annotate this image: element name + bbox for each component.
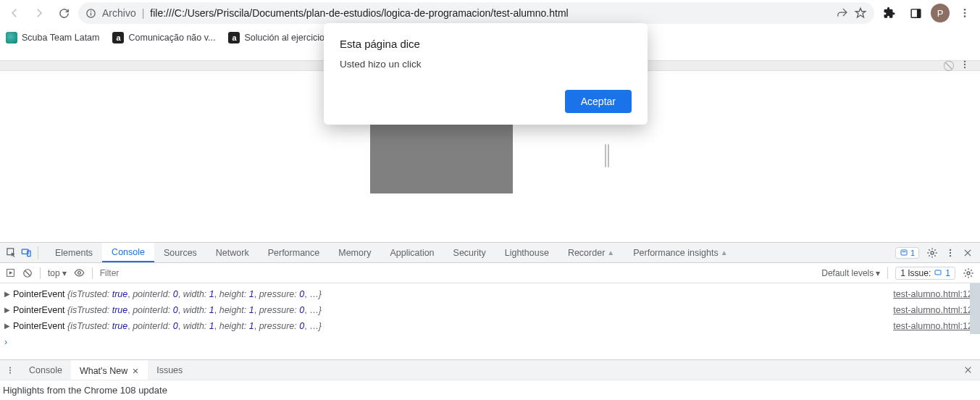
close-icon[interactable] <box>132 367 139 375</box>
console-row[interactable]: ▶ PointerEvent {isTrusted: true, pointer… <box>0 286 980 302</box>
drawer-tab-issues[interactable]: Issues <box>148 360 191 380</box>
separator: | <box>142 7 145 19</box>
kebab-icon[interactable] <box>945 248 955 258</box>
tab-performance[interactable]: Performance <box>259 243 330 262</box>
bookmark-item[interactable]: Scuba Team Latam <box>6 32 99 43</box>
device-toggle-icon[interactable] <box>21 247 32 258</box>
address-bar[interactable]: Archivo | file:///C:/Users/Priscila/Docu… <box>78 2 874 24</box>
svg-point-18 <box>950 251 951 253</box>
chevron-down-icon: ▾ <box>62 268 67 278</box>
drawer-tabbar: Console What's New Issues <box>0 360 980 380</box>
tab-console[interactable]: Console <box>102 243 154 262</box>
clear-icon[interactable] <box>22 268 33 278</box>
console-prompt[interactable]: › <box>0 334 980 350</box>
svg-point-9 <box>964 64 966 65</box>
svg-point-7 <box>964 15 966 17</box>
filter-input[interactable] <box>100 268 815 278</box>
devtools-panel: Elements Console Sources Network Perform… <box>0 242 980 400</box>
sidepanel-button[interactable] <box>905 2 926 24</box>
tab-sources[interactable]: Sources <box>154 243 206 262</box>
log-source[interactable]: test-alumno.html:12 <box>893 304 973 317</box>
page-menu-button[interactable] <box>960 59 970 70</box>
tab-recorder[interactable]: Recorder▲ <box>558 243 624 262</box>
log-message: PointerEvent {isTrusted: true, pointerId… <box>13 304 893 317</box>
console-output[interactable]: ▶ PointerEvent {isTrusted: true, pointer… <box>0 283 980 359</box>
levels-selector[interactable]: Default levels ▾ <box>821 268 880 278</box>
tab-memory[interactable]: Memory <box>329 243 380 262</box>
extensions-button[interactable] <box>879 2 900 24</box>
scrollbar-thumb[interactable] <box>970 283 980 334</box>
tab-network[interactable]: Network <box>206 243 259 262</box>
svg-rect-4 <box>916 9 920 17</box>
drawer-tab-whatsnew[interactable]: What's New <box>71 360 148 380</box>
log-message: PointerEvent {isTrusted: true, pointerId… <box>13 288 893 301</box>
forward-button[interactable] <box>29 3 49 23</box>
log-source[interactable]: test-alumno.html:12 <box>893 320 973 333</box>
close-icon[interactable] <box>963 248 973 258</box>
log-source[interactable]: test-alumno.html:12 <box>893 288 973 301</box>
drawer-close[interactable] <box>956 365 980 375</box>
tab-elements[interactable]: Elements <box>46 243 102 262</box>
devtools-tabbar: Elements Console Sources Network Perform… <box>0 243 980 263</box>
preview-dot-icon: ▲ <box>607 249 614 257</box>
whatsnew-headline: Highlights from the Chrome 108 update <box>3 385 167 396</box>
favicon-globe-icon <box>6 32 17 43</box>
svg-point-6 <box>964 12 966 14</box>
tab-lighthouse[interactable]: Lighthouse <box>495 243 558 262</box>
svg-rect-14 <box>901 250 907 255</box>
drawer-tab-console[interactable]: Console <box>20 360 71 380</box>
console-filter-bar: top ▾ Default levels ▾ 1 Issue: 1 <box>0 263 980 283</box>
star-icon[interactable] <box>854 7 867 20</box>
favicon-a-icon: a <box>112 32 124 43</box>
svg-rect-24 <box>935 270 941 275</box>
drawer-body: Highlights from the Chrome 108 update <box>0 380 980 400</box>
svg-point-25 <box>967 272 970 275</box>
svg-point-27 <box>9 370 11 371</box>
expand-icon[interactable]: ▶ <box>4 320 10 333</box>
dialog-title: Esta página dice <box>340 38 632 50</box>
context-selector[interactable]: top ▾ <box>48 268 67 278</box>
chat-icon <box>934 269 942 278</box>
accept-button[interactable]: Aceptar <box>565 90 632 113</box>
chevron-down-icon: ▾ <box>876 268 880 278</box>
url-text: file:///C:/Users/Priscila/Documents/plan… <box>150 7 568 19</box>
bookmark-item[interactable]: aComunicação não v... <box>112 32 215 43</box>
tab-perf-insights[interactable]: Performance insights▲ <box>624 243 737 262</box>
share-icon[interactable] <box>836 7 848 20</box>
bookmark-item[interactable]: aSolución al ejercicio... <box>228 32 332 43</box>
svg-point-23 <box>78 272 80 275</box>
log-message: PointerEvent {isTrusted: true, pointerId… <box>13 320 893 333</box>
expand-icon[interactable]: ▶ <box>4 288 10 301</box>
play-icon[interactable] <box>6 268 15 278</box>
bookmark-label: Scuba Team Latam <box>22 33 99 43</box>
inspect-icon[interactable] <box>6 247 17 258</box>
drawer-kebab-icon[interactable] <box>0 366 20 375</box>
reload-button[interactable] <box>54 3 74 23</box>
svg-point-26 <box>9 367 11 368</box>
svg-point-17 <box>950 249 951 250</box>
svg-line-22 <box>25 270 30 275</box>
browser-toolbar: Archivo | file:///C:/Users/Priscila/Docu… <box>0 0 980 26</box>
tab-application[interactable]: Application <box>380 243 443 262</box>
svg-point-2 <box>91 10 92 12</box>
gear-icon[interactable] <box>963 267 974 279</box>
svg-point-5 <box>964 9 966 11</box>
gear-icon[interactable] <box>926 247 938 259</box>
svg-point-10 <box>964 67 966 68</box>
tab-security[interactable]: Security <box>444 243 495 262</box>
svg-point-8 <box>964 61 966 62</box>
browser-menu[interactable] <box>954 2 976 24</box>
avatar[interactable]: P <box>931 4 950 22</box>
issues-badge[interactable]: 1 <box>895 247 919 259</box>
prompt-icon: › <box>4 336 7 349</box>
info-icon <box>85 8 96 19</box>
back-button[interactable] <box>4 3 25 23</box>
console-row[interactable]: ▶ PointerEvent {isTrusted: true, pointer… <box>0 302 980 318</box>
preview-dot-icon: ▲ <box>721 249 728 257</box>
console-row[interactable]: ▶ PointerEvent {isTrusted: true, pointer… <box>0 318 980 334</box>
drag-handle-vertical[interactable] <box>602 144 612 167</box>
eye-icon[interactable] <box>74 267 85 278</box>
expand-icon[interactable]: ▶ <box>4 304 10 317</box>
issue-count[interactable]: 1 Issue: 1 <box>895 267 955 280</box>
svg-point-19 <box>950 254 951 256</box>
